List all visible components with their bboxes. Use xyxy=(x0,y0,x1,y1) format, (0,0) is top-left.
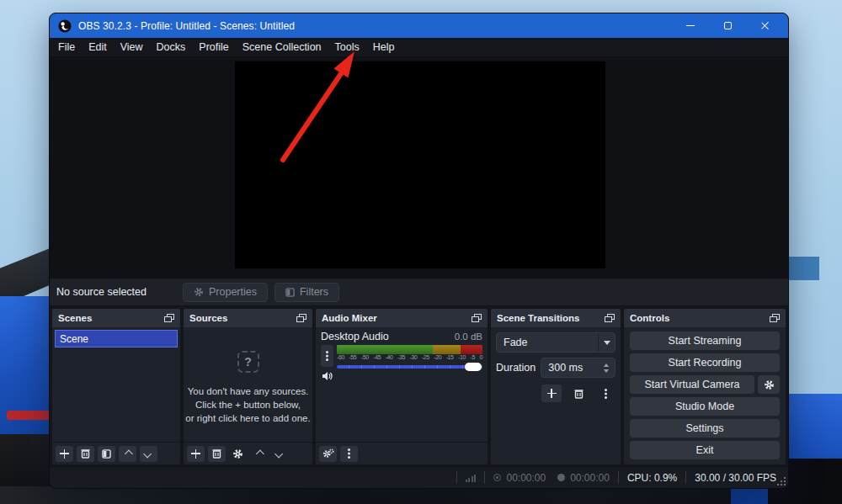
duration-value: 300 ms xyxy=(541,362,583,374)
scene-transitions-panel-header[interactable]: Scene Transitions xyxy=(491,309,621,327)
volume-slider[interactable] xyxy=(337,363,482,371)
popout-icon xyxy=(296,314,306,322)
scale-tick: -25 xyxy=(422,354,429,360)
filters-button[interactable]: Filters xyxy=(274,283,339,302)
menu-tools[interactable]: Tools xyxy=(328,38,366,56)
meter-green-zone xyxy=(337,345,433,354)
virtual-camera-config-button[interactable] xyxy=(758,375,780,394)
sources-panel: Sources ? You don't have any sources. Cl… xyxy=(184,309,312,464)
add-scene-button[interactable] xyxy=(56,446,73,462)
scale-tick: -35 xyxy=(397,354,405,360)
scale-tick: -30 xyxy=(409,354,417,360)
remove-scene-button[interactable] xyxy=(77,446,94,462)
wallpaper-bottom-shadow xyxy=(0,486,842,504)
resize-grip[interactable] xyxy=(784,484,786,485)
close-button[interactable] xyxy=(746,13,783,38)
scenes-panel-header[interactable]: Scenes xyxy=(52,309,180,327)
separator xyxy=(456,471,457,484)
question-mark-icon: ? xyxy=(237,351,259,373)
duration-label: Duration xyxy=(496,362,536,374)
scenes-toolbar xyxy=(52,442,180,464)
menu-profile[interactable]: Profile xyxy=(192,38,235,56)
properties-button[interactable]: Properties xyxy=(183,283,268,302)
start-virtual-camera-button[interactable]: Start Virtual Camera xyxy=(630,375,754,394)
sources-toolbar xyxy=(184,442,312,464)
chevron-up-icon xyxy=(125,449,133,458)
duration-spinbox[interactable]: 300 ms xyxy=(541,358,616,378)
audio-level-db: 0.0 dB xyxy=(455,332,482,342)
slider-handle[interactable] xyxy=(465,363,482,371)
volume-meter xyxy=(337,345,482,354)
dropdown-arrow xyxy=(598,333,615,352)
start-recording-button[interactable]: Start Recording xyxy=(630,353,780,372)
move-source-up-button[interactable] xyxy=(250,446,268,462)
move-source-down-button[interactable] xyxy=(271,446,289,462)
controls-panel: Controls Start Streaming Start Recording… xyxy=(624,309,786,464)
plus-icon xyxy=(547,389,557,398)
spin-down-icon[interactable] xyxy=(604,369,609,373)
controls-panel-header[interactable]: Controls xyxy=(624,309,786,327)
spin-up-icon[interactable] xyxy=(604,363,609,367)
menu-help[interactable]: Help xyxy=(366,38,402,56)
menu-scene-collection[interactable]: Scene Collection xyxy=(236,38,328,56)
titlebar[interactable]: OBS 30.2.3 - Profile: Untitled - Scenes:… xyxy=(50,13,788,38)
mute-button[interactable] xyxy=(321,369,333,382)
menu-view[interactable]: View xyxy=(114,38,150,56)
desktop-wallpaper: OBS 30.2.3 - Profile: Untitled - Scenes:… xyxy=(0,0,842,504)
scale-tick: -50 xyxy=(361,354,369,360)
scale-tick: -55 xyxy=(349,354,356,360)
move-scene-up-button[interactable] xyxy=(119,446,136,462)
scale-tick: -20 xyxy=(434,354,441,360)
controls-panel-title: Controls xyxy=(630,313,669,323)
meter-yellow-zone xyxy=(433,345,461,354)
stream-status-icon xyxy=(493,474,501,481)
properties-label: Properties xyxy=(209,286,257,298)
menu-docks[interactable]: Docks xyxy=(150,38,193,56)
audio-mixer-panel-header[interactable]: Audio Mixer xyxy=(316,309,488,327)
minimize-button[interactable] xyxy=(672,13,709,38)
move-scene-down-button[interactable] xyxy=(140,446,157,462)
settings-button[interactable]: Settings xyxy=(630,419,780,438)
sources-empty-line: Click the + button below, xyxy=(184,398,312,411)
add-transition-button[interactable] xyxy=(541,385,562,402)
audio-options-button[interactable] xyxy=(321,345,333,367)
transition-properties-button[interactable] xyxy=(595,385,616,402)
kebab-menu-icon xyxy=(326,351,328,353)
sources-panel-header[interactable]: Sources xyxy=(184,309,312,327)
scale-tick: -60 xyxy=(337,354,344,360)
studio-mode-button[interactable]: Studio Mode xyxy=(630,397,780,416)
menu-edit[interactable]: Edit xyxy=(82,38,114,56)
source-toolbar: No source selected Properties Filters xyxy=(50,279,788,306)
scenes-panel: Scenes Scene xyxy=(52,309,180,464)
add-source-button[interactable] xyxy=(187,446,205,462)
menu-file[interactable]: File xyxy=(51,38,82,56)
window-title: OBS 30.2.3 - Profile: Untitled - Scenes:… xyxy=(78,20,295,32)
transition-select[interactable]: Fade xyxy=(496,332,616,353)
maximize-button[interactable] xyxy=(709,13,746,38)
close-icon xyxy=(760,21,770,30)
double-gear-icon xyxy=(322,448,334,459)
scale-tick: -15 xyxy=(446,354,454,360)
separator xyxy=(618,471,619,484)
fps-counter: 30.00 / 30.00 FPS xyxy=(695,472,776,484)
scale-tick: 0 xyxy=(479,354,482,360)
record-status-icon xyxy=(557,474,565,481)
status-bar: 00:00:00 00:00:00 CPU: 0.9% 30.00 / 30.0… xyxy=(50,466,788,488)
preview-canvas[interactable] xyxy=(235,61,605,268)
exit-button[interactable]: Exit xyxy=(630,441,780,459)
source-properties-button[interactable] xyxy=(229,446,247,462)
signal-bars-icon xyxy=(466,474,477,482)
sources-empty-state: ? You don't have any sources. Click the … xyxy=(184,327,312,442)
mixer-menu-button[interactable] xyxy=(340,446,358,462)
sources-list[interactable]: ? You don't have any sources. Click the … xyxy=(184,327,312,442)
network-status xyxy=(466,474,477,482)
remove-source-button[interactable] xyxy=(208,446,226,462)
trash-icon xyxy=(212,448,221,459)
audio-mixer-body: Desktop Audio 0.0 dB xyxy=(316,327,488,442)
scene-filters-button[interactable] xyxy=(98,446,115,462)
scene-list-item[interactable]: Scene xyxy=(55,330,178,347)
remove-transition-button[interactable] xyxy=(568,385,589,402)
advanced-audio-button[interactable] xyxy=(319,446,337,462)
filters-icon xyxy=(285,288,295,297)
start-streaming-button[interactable]: Start Streaming xyxy=(630,332,780,350)
